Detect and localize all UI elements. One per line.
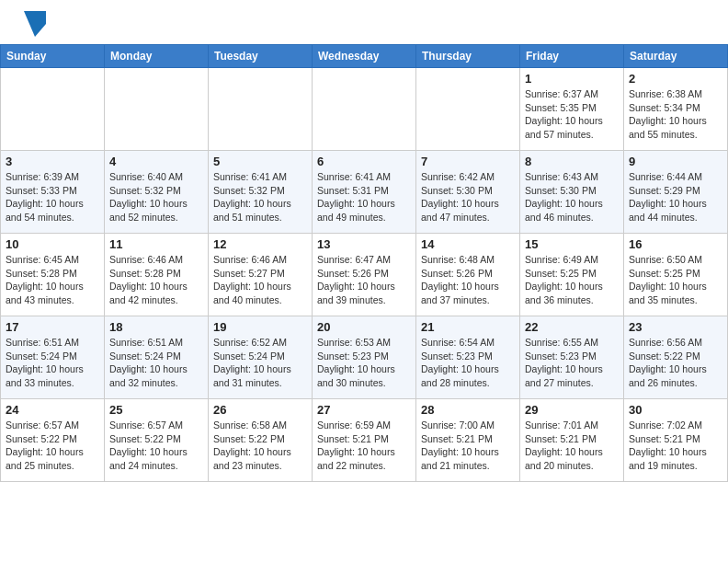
- day-number: 15: [525, 237, 619, 251]
- calendar-cell: 23Sunrise: 6:56 AMSunset: 5:22 PMDayligh…: [624, 316, 728, 399]
- logo-icon: [24, 11, 46, 37]
- day-info: Sunrise: 6:46 AMSunset: 5:27 PMDaylight:…: [213, 253, 307, 307]
- day-info: Sunrise: 6:37 AMSunset: 5:35 PMDaylight:…: [525, 87, 619, 142]
- calendar-cell: 8Sunrise: 6:43 AMSunset: 5:30 PMDaylight…: [520, 151, 624, 234]
- day-header-saturday: Saturday: [624, 45, 728, 68]
- day-number: 30: [629, 403, 722, 417]
- day-number: 16: [629, 237, 722, 251]
- day-number: 29: [525, 403, 619, 417]
- calendar-cell: 30Sunrise: 7:02 AMSunset: 5:21 PMDayligh…: [624, 399, 728, 482]
- calendar-cell: 3Sunrise: 6:39 AMSunset: 5:33 PMDaylight…: [1, 151, 105, 234]
- day-number: 9: [629, 155, 722, 168]
- calendar-cell: 21Sunrise: 6:54 AMSunset: 5:23 PMDayligh…: [416, 316, 520, 399]
- day-number: 24: [6, 403, 99, 417]
- day-info: Sunrise: 6:39 AMSunset: 5:33 PMDaylight:…: [6, 170, 99, 224]
- day-number: 19: [213, 320, 307, 334]
- day-number: 3: [6, 155, 99, 168]
- day-number: 8: [525, 155, 619, 168]
- day-info: Sunrise: 6:49 AMSunset: 5:25 PMDaylight:…: [525, 253, 619, 307]
- logo: [15, 11, 46, 37]
- day-number: 12: [213, 237, 307, 251]
- day-number: 10: [6, 237, 99, 251]
- day-number: 6: [317, 155, 411, 168]
- calendar-cell: 26Sunrise: 6:58 AMSunset: 5:22 PMDayligh…: [209, 399, 313, 482]
- day-info: Sunrise: 6:51 AMSunset: 5:24 PMDaylight:…: [6, 336, 99, 390]
- day-number: 4: [109, 155, 203, 168]
- calendar-week-row: 17Sunrise: 6:51 AMSunset: 5:24 PMDayligh…: [1, 316, 728, 399]
- day-info: Sunrise: 6:55 AMSunset: 5:23 PMDaylight:…: [525, 336, 619, 390]
- day-number: 18: [109, 320, 203, 334]
- day-info: Sunrise: 6:45 AMSunset: 5:28 PMDaylight:…: [6, 253, 99, 307]
- calendar-cell: 14Sunrise: 6:48 AMSunset: 5:26 PMDayligh…: [416, 234, 520, 316]
- day-info: Sunrise: 6:53 AMSunset: 5:23 PMDaylight:…: [317, 336, 411, 390]
- day-info: Sunrise: 6:59 AMSunset: 5:21 PMDaylight:…: [317, 419, 411, 473]
- day-info: Sunrise: 6:42 AMSunset: 5:30 PMDaylight:…: [421, 170, 515, 224]
- calendar-cell: [209, 68, 313, 151]
- calendar-cell: 9Sunrise: 6:44 AMSunset: 5:29 PMDaylight…: [624, 151, 728, 234]
- day-header-sunday: Sunday: [1, 45, 105, 68]
- calendar-week-row: 3Sunrise: 6:39 AMSunset: 5:33 PMDaylight…: [1, 151, 728, 234]
- day-header-thursday: Thursday: [416, 45, 520, 68]
- day-number: 14: [421, 237, 515, 251]
- calendar-table: SundayMondayTuesdayWednesdayThursdayFrid…: [0, 44, 728, 482]
- day-info: Sunrise: 6:54 AMSunset: 5:23 PMDaylight:…: [421, 336, 515, 390]
- calendar-cell: 6Sunrise: 6:41 AMSunset: 5:31 PMDaylight…: [313, 151, 416, 234]
- calendar-cell: 12Sunrise: 6:46 AMSunset: 5:27 PMDayligh…: [209, 234, 313, 316]
- day-number: 23: [629, 320, 722, 334]
- day-info: Sunrise: 6:47 AMSunset: 5:26 PMDaylight:…: [317, 253, 411, 307]
- day-info: Sunrise: 6:57 AMSunset: 5:22 PMDaylight:…: [109, 419, 203, 473]
- day-header-wednesday: Wednesday: [313, 45, 416, 68]
- day-info: Sunrise: 6:40 AMSunset: 5:32 PMDaylight:…: [109, 170, 203, 224]
- calendar-cell: 17Sunrise: 6:51 AMSunset: 5:24 PMDayligh…: [1, 316, 105, 399]
- calendar-cell: 4Sunrise: 6:40 AMSunset: 5:32 PMDaylight…: [105, 151, 209, 234]
- day-number: 22: [525, 320, 619, 334]
- calendar-cell: [105, 68, 209, 151]
- day-info: Sunrise: 6:58 AMSunset: 5:22 PMDaylight:…: [213, 419, 307, 473]
- calendar-cell: 13Sunrise: 6:47 AMSunset: 5:26 PMDayligh…: [313, 234, 416, 316]
- calendar-cell: 5Sunrise: 6:41 AMSunset: 5:32 PMDaylight…: [209, 151, 313, 234]
- day-info: Sunrise: 6:43 AMSunset: 5:30 PMDaylight:…: [525, 170, 619, 224]
- calendar-cell: [1, 68, 105, 151]
- calendar-cell: [416, 68, 520, 151]
- calendar-cell: 7Sunrise: 6:42 AMSunset: 5:30 PMDaylight…: [416, 151, 520, 234]
- day-number: 7: [421, 155, 515, 168]
- day-number: 28: [421, 403, 515, 417]
- day-info: Sunrise: 6:50 AMSunset: 5:25 PMDaylight:…: [629, 253, 722, 307]
- day-info: Sunrise: 6:57 AMSunset: 5:22 PMDaylight:…: [6, 419, 99, 473]
- calendar-week-row: 10Sunrise: 6:45 AMSunset: 5:28 PMDayligh…: [1, 234, 728, 316]
- calendar-cell: 16Sunrise: 6:50 AMSunset: 5:25 PMDayligh…: [624, 234, 728, 316]
- day-info: Sunrise: 7:00 AMSunset: 5:21 PMDaylight:…: [421, 419, 515, 473]
- day-info: Sunrise: 6:46 AMSunset: 5:28 PMDaylight:…: [109, 253, 203, 307]
- calendar-cell: 22Sunrise: 6:55 AMSunset: 5:23 PMDayligh…: [520, 316, 624, 399]
- day-number: 27: [317, 403, 411, 417]
- day-number: 25: [109, 403, 203, 417]
- day-info: Sunrise: 6:51 AMSunset: 5:24 PMDaylight:…: [109, 336, 203, 390]
- day-number: 21: [421, 320, 515, 334]
- day-number: 1: [525, 72, 619, 86]
- day-info: Sunrise: 6:48 AMSunset: 5:26 PMDaylight:…: [421, 253, 515, 307]
- day-info: Sunrise: 7:02 AMSunset: 5:21 PMDaylight:…: [629, 419, 722, 473]
- calendar-cell: 27Sunrise: 6:59 AMSunset: 5:21 PMDayligh…: [313, 399, 416, 482]
- svg-marker-0: [24, 11, 46, 37]
- day-number: 17: [6, 320, 99, 334]
- calendar-cell: 10Sunrise: 6:45 AMSunset: 5:28 PMDayligh…: [1, 234, 105, 316]
- day-number: 20: [317, 320, 411, 334]
- day-header-monday: Monday: [105, 45, 209, 68]
- calendar-cell: 25Sunrise: 6:57 AMSunset: 5:22 PMDayligh…: [105, 399, 209, 482]
- calendar-cell: 2Sunrise: 6:38 AMSunset: 5:34 PMDaylight…: [624, 68, 728, 151]
- calendar-header-row: SundayMondayTuesdayWednesdayThursdayFrid…: [1, 45, 728, 68]
- day-number: 13: [317, 237, 411, 251]
- calendar-week-row: 24Sunrise: 6:57 AMSunset: 5:22 PMDayligh…: [1, 399, 728, 482]
- calendar-cell: 19Sunrise: 6:52 AMSunset: 5:24 PMDayligh…: [209, 316, 313, 399]
- day-info: Sunrise: 6:44 AMSunset: 5:29 PMDaylight:…: [629, 170, 722, 224]
- day-info: Sunrise: 6:41 AMSunset: 5:31 PMDaylight:…: [317, 170, 411, 224]
- day-number: 11: [109, 237, 203, 251]
- calendar-cell: 29Sunrise: 7:01 AMSunset: 5:21 PMDayligh…: [520, 399, 624, 482]
- calendar-cell: 1Sunrise: 6:37 AMSunset: 5:35 PMDaylight…: [520, 68, 624, 151]
- day-number: 5: [213, 155, 307, 168]
- calendar-cell: 15Sunrise: 6:49 AMSunset: 5:25 PMDayligh…: [520, 234, 624, 316]
- day-number: 26: [213, 403, 307, 417]
- day-header-friday: Friday: [520, 45, 624, 68]
- day-info: Sunrise: 6:38 AMSunset: 5:34 PMDaylight:…: [629, 87, 722, 142]
- day-info: Sunrise: 6:52 AMSunset: 5:24 PMDaylight:…: [213, 336, 307, 390]
